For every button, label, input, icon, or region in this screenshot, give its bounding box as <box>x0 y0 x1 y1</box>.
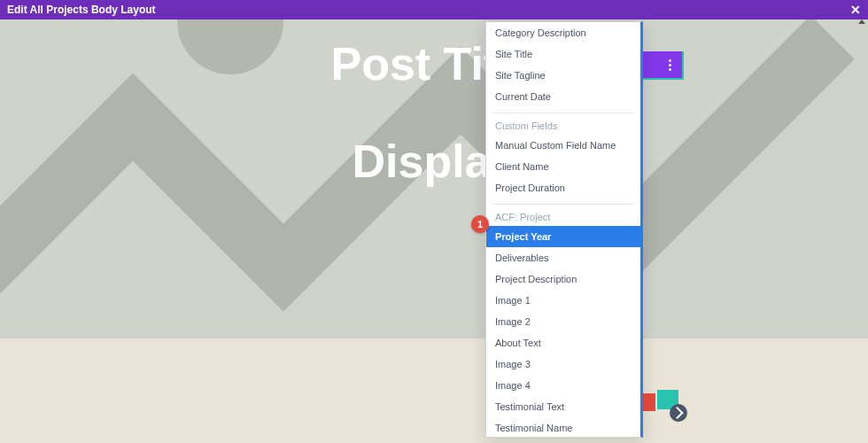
dropdown-item[interactable]: Project Duration <box>486 177 640 198</box>
dropdown-item[interactable]: Testimonial Name <box>486 417 640 438</box>
dropdown-item[interactable]: Image 3 <box>486 354 640 375</box>
dropdown-item[interactable]: About Text <box>486 332 640 354</box>
scroll-up-caret[interactable] <box>858 19 865 27</box>
dropdown-item[interactable]: Deliverables <box>486 247 640 268</box>
dropdown-list[interactable]: Category DescriptionSite TitleSite Tagli… <box>485 21 643 438</box>
hero-background: Post Title Display <box>0 19 868 338</box>
dynamic-content-dropdown: 1 Category DescriptionSite TitleSite Tag… <box>485 21 680 438</box>
dropdown-item[interactable]: Manual Custom Field Name <box>486 135 640 156</box>
dropdown-item[interactable]: Image 2 <box>486 311 640 332</box>
dropdown-item[interactable]: Image 1 <box>486 290 640 311</box>
dropdown-separator <box>493 204 633 205</box>
hero-line-3: Display <box>0 135 868 188</box>
dropdown-item[interactable]: Site Tagline <box>486 65 640 86</box>
dropdown-item[interactable]: Current Date <box>486 86 640 107</box>
dropdown-group-label: ACF: Project <box>486 206 640 226</box>
editor-title: Edit All Projects Body Layout <box>7 4 156 16</box>
editor-titlebar: Edit All Projects Body Layout ✕ <box>0 0 868 19</box>
dropdown-group-label: Custom Fields <box>486 115 640 135</box>
close-icon[interactable]: ✕ <box>850 4 861 16</box>
dropdown-item[interactable]: Testimonial Text <box>486 396 640 417</box>
dropdown-item[interactable]: Site Title <box>486 43 640 65</box>
dropdown-item[interactable]: Project Description <box>486 268 640 290</box>
callout-badge-1: 1 <box>471 215 489 233</box>
dropdown-item[interactable]: Client Name <box>486 156 640 177</box>
hero-line-2: Post Title <box>0 37 868 90</box>
hero-text: Post Title Display <box>0 19 868 188</box>
dropdown-item[interactable]: Image 4 <box>486 375 640 396</box>
resize-handle-icon[interactable] <box>670 404 687 422</box>
dropdown-separator <box>493 113 633 113</box>
dropdown-item[interactable]: Project Year <box>486 226 640 247</box>
dropdown-item[interactable]: Category Description <box>486 22 640 43</box>
